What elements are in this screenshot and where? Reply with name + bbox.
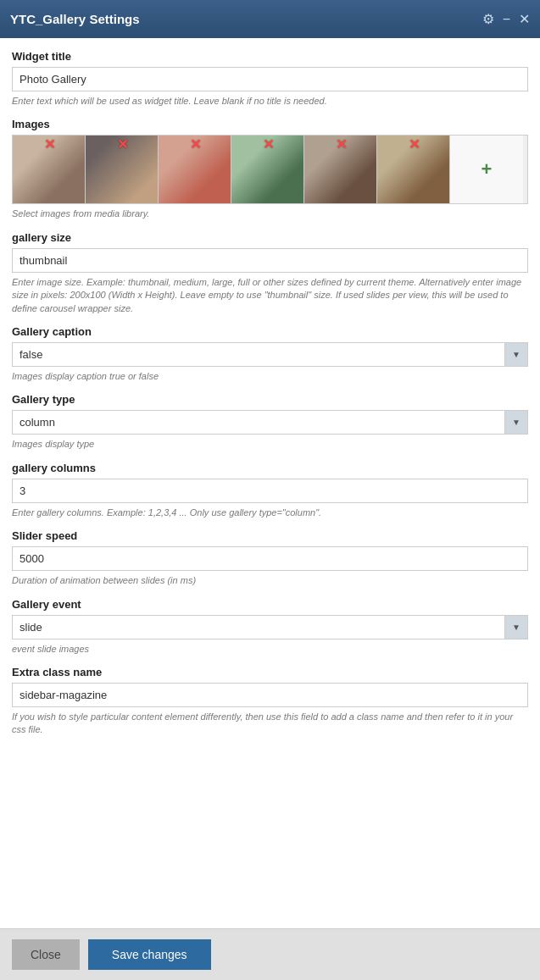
add-image-icon: + [482, 158, 493, 180]
window-title: YTC_Gallery Settings [10, 12, 482, 26]
footer: Close Save changes [0, 928, 540, 980]
minimize-icon[interactable]: − [503, 13, 510, 26]
remove-image-6-icon[interactable]: ✕ [409, 138, 420, 152]
thumbnail-3: ✕ [159, 136, 231, 203]
thumbnail-2: ✕ [86, 136, 159, 203]
add-image-button[interactable]: + [450, 136, 523, 203]
slider-speed-label: Slider speed [12, 529, 528, 542]
remove-image-5-icon[interactable]: ✕ [336, 138, 347, 152]
titlebar: YTC_Gallery Settings ⚙ − ✕ [0, 0, 540, 38]
gallery-event-group: Gallery event slide fade scroll ▼ event … [12, 598, 528, 656]
gallery-type-select[interactable]: column row slider [12, 410, 528, 435]
gallery-columns-input[interactable] [12, 479, 528, 503]
gallery-type-hint: Images display type [12, 438, 528, 451]
gallery-size-group: gallery size Enter image size. Example: … [12, 231, 528, 315]
thumbnail-1: ✕ [13, 136, 86, 203]
extra-class-hint: If you wish to style particular content … [12, 711, 528, 737]
gallery-caption-label: Gallery caption [12, 325, 528, 338]
gallery-event-hint: event slide images [12, 643, 528, 656]
thumbnail-4: ✕ [231, 136, 304, 203]
extra-class-group: Extra class name If you wish to style pa… [12, 666, 528, 737]
slider-speed-input[interactable] [12, 546, 528, 571]
gallery-size-label: gallery size [12, 231, 528, 244]
gallery-type-group: Gallery type column row slider ▼ Images … [12, 393, 528, 451]
widget-title-group: Widget title Enter text which will be us… [12, 50, 528, 108]
remove-image-3-icon[interactable]: ✕ [190, 138, 201, 152]
remove-image-4-icon[interactable]: ✕ [263, 138, 274, 152]
list-item[interactable]: ✕ [231, 136, 304, 203]
gallery-caption-group: Gallery caption false true ▼ Images disp… [12, 325, 528, 383]
gallery-type-select-wrapper: column row slider ▼ [12, 410, 528, 435]
slider-speed-group: Slider speed Duration of animation betwe… [12, 529, 528, 587]
gallery-columns-hint: Enter gallery columns. Example: 1,2,3,4 … [12, 507, 528, 519]
extra-class-input[interactable] [12, 683, 528, 707]
gallery-caption-hint: Images display caption true or false [12, 370, 528, 383]
titlebar-controls: ⚙ − ✕ [482, 13, 530, 26]
images-label: Images [12, 118, 528, 130]
gallery-caption-select-wrapper: false true ▼ [12, 342, 528, 367]
content-area: Widget title Enter text which will be us… [0, 38, 540, 928]
gallery-event-label: Gallery event [12, 598, 528, 611]
close-icon[interactable]: ✕ [519, 13, 530, 26]
list-item[interactable]: ✕ [86, 136, 159, 203]
extra-class-label: Extra class name [12, 666, 528, 678]
images-grid: ✕ ✕ ✕ ✕ [12, 135, 528, 204]
gallery-columns-label: gallery columns [12, 462, 528, 474]
gallery-size-input[interactable] [12, 248, 528, 273]
thumbnail-5: ✕ [304, 136, 377, 203]
thumbnail-6: ✕ [377, 136, 450, 203]
list-item[interactable]: ✕ [304, 136, 377, 203]
gear-icon[interactable]: ⚙ [482, 13, 494, 26]
settings-window: YTC_Gallery Settings ⚙ − ✕ Widget title … [0, 0, 540, 980]
remove-image-2-icon[interactable]: ✕ [117, 138, 128, 152]
gallery-columns-group: gallery columns Enter gallery columns. E… [12, 462, 528, 519]
widget-title-input[interactable] [12, 67, 528, 91]
list-item[interactable]: ✕ [13, 136, 86, 203]
remove-image-1-icon[interactable]: ✕ [44, 138, 55, 152]
save-button[interactable]: Save changes [88, 939, 211, 970]
gallery-caption-select[interactable]: false true [12, 342, 528, 367]
widget-title-label: Widget title [12, 50, 528, 63]
widget-title-hint: Enter text which will be used as widget … [12, 95, 528, 108]
list-item[interactable]: ✕ [377, 136, 450, 203]
list-item[interactable]: ✕ [159, 136, 231, 203]
close-button[interactable]: Close [12, 939, 80, 970]
gallery-type-label: Gallery type [12, 393, 528, 406]
gallery-size-hint: Enter image size. Example: thumbnail, me… [12, 276, 528, 315]
images-group: Images ✕ ✕ ✕ [12, 118, 528, 220]
gallery-event-select[interactable]: slide fade scroll [12, 615, 528, 639]
images-hint: Select images from media library. [12, 208, 528, 220]
slider-speed-hint: Duration of animation between slides (in… [12, 574, 528, 587]
gallery-event-select-wrapper: slide fade scroll ▼ [12, 615, 528, 639]
